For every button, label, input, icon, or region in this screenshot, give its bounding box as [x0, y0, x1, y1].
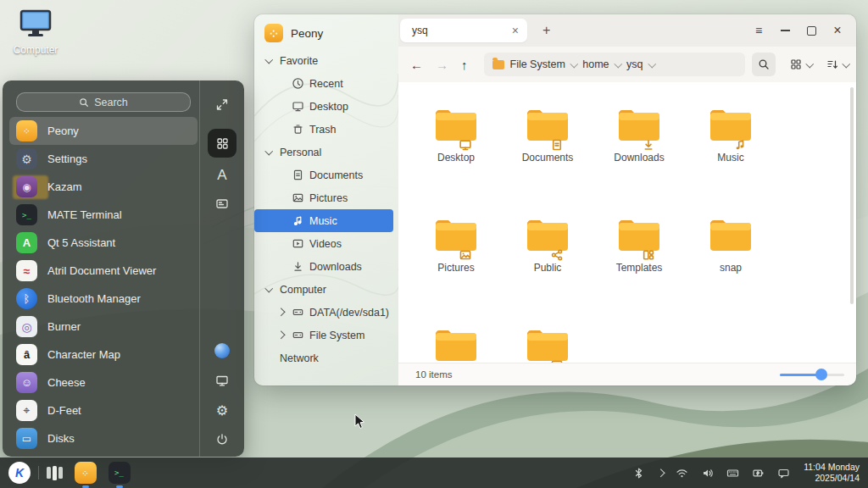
breadcrumb-segment[interactable]: File System — [510, 58, 577, 70]
forward-button[interactable]: → — [436, 58, 448, 72]
sidebar-chevron[interactable] — [275, 332, 287, 338]
volume-icon[interactable] — [701, 467, 714, 480]
launcher-app[interactable]: Disks — [9, 424, 198, 452]
folder-icon — [616, 241, 662, 256]
window-sidebar: Peony — [254, 14, 398, 385]
sidebar-item[interactable]: Documents — [254, 164, 393, 186]
maximize-button[interactable] — [806, 25, 816, 36]
expand-launcher-icon[interactable] — [215, 97, 230, 112]
search-icon — [79, 97, 89, 108]
browser-icon[interactable] — [214, 343, 230, 358]
sort-button[interactable] — [826, 58, 849, 70]
sidebar-item[interactable]: DATA(/dev/sda1) — [254, 301, 393, 324]
wifi-icon[interactable] — [676, 467, 688, 480]
folder-item[interactable]: Templates — [597, 216, 682, 291]
grid-view-icon — [790, 58, 802, 70]
menu-icon[interactable]: ≡ — [754, 24, 764, 37]
back-button[interactable]: ← — [410, 58, 423, 72]
breadcrumb-segment[interactable]: home — [582, 58, 620, 70]
folder-item[interactable] — [505, 326, 590, 363]
launcher-search-input[interactable]: Search — [16, 92, 191, 112]
window-controls: ≡ × — [754, 24, 856, 37]
sidebar-item[interactable]: Network — [254, 347, 393, 369]
sidebar-item[interactable]: Downloads — [254, 255, 393, 278]
launcher-app-label: Atril Document Viewer — [47, 264, 156, 277]
minimize-button[interactable] — [780, 25, 790, 36]
status-bar: 10 items — [398, 363, 856, 385]
launcher-app[interactable]: Character Map — [9, 341, 198, 369]
launcher-app[interactable]: Kazam — [9, 173, 198, 201]
launcher-app[interactable]: Bluetooth Manager — [9, 285, 198, 313]
power-icon[interactable] — [215, 432, 230, 446]
sidebar-item[interactable]: Favorite — [254, 49, 393, 72]
tab-close-icon[interactable]: × — [512, 25, 519, 36]
sidebar-item[interactable]: Pictures — [254, 186, 393, 209]
sidebar-item[interactable]: Computer — [254, 278, 393, 301]
view-mode-button[interactable] — [790, 58, 813, 70]
chevron-down-icon[interactable] — [570, 59, 577, 67]
taskbar-clock[interactable]: 11:04 Monday 2025/04/14 — [804, 462, 860, 484]
sidebar-item[interactable]: File System — [254, 324, 393, 347]
sidebar-item[interactable]: Recent — [254, 72, 393, 95]
folder-item[interactable]: Desktop — [414, 106, 498, 180]
chevron-down-icon[interactable] — [614, 59, 621, 67]
task-view-button[interactable] — [47, 466, 63, 480]
zoom-slider[interactable] — [780, 369, 844, 380]
mouse-cursor — [354, 413, 366, 434]
sidebar-item-icon — [292, 237, 304, 250]
folder-item[interactable]: Downloads — [597, 106, 682, 180]
taskbar-terminal-icon[interactable] — [108, 462, 131, 484]
d-feet-icon — [16, 400, 37, 421]
folder-item[interactable] — [414, 326, 498, 363]
close-button[interactable]: × — [832, 24, 843, 37]
all-apps-icon[interactable] — [208, 129, 236, 158]
launcher-app[interactable]: D-Feet — [9, 396, 198, 424]
tray-expand-icon[interactable] — [656, 469, 664, 476]
bluetooth-icon[interactable] — [632, 467, 645, 480]
sidebar-item[interactable]: Music — [254, 209, 393, 232]
globe-icon — [214, 343, 230, 358]
launcher-app[interactable]: Settings — [9, 145, 198, 173]
launcher-app[interactable]: Cheese — [9, 369, 198, 396]
search-button[interactable] — [752, 53, 776, 76]
sidebar-item[interactable]: Trash — [254, 118, 393, 141]
sidebar-chevron[interactable] — [275, 309, 287, 315]
settings-gear-icon[interactable]: ⚙ — [216, 402, 228, 419]
tab-ysq[interactable]: ysq × — [400, 19, 527, 42]
notification-icon[interactable] — [777, 467, 790, 480]
sidebar-chevron[interactable] — [263, 150, 275, 154]
sidebar-item[interactable]: Personal — [254, 141, 393, 164]
folder-item[interactable]: Public — [505, 216, 590, 291]
sidebar-chevron[interactable] — [263, 287, 275, 291]
launcher-app[interactable]: Burner — [9, 313, 198, 341]
new-tab-button[interactable]: + — [542, 23, 550, 38]
atril-icon — [16, 260, 37, 281]
desktop-icon-computer[interactable]: Computer — [12, 8, 59, 56]
sidebar-item[interactable]: Desktop — [254, 95, 393, 118]
folder-item[interactable]: Music — [688, 106, 773, 180]
slider-knob[interactable] — [815, 369, 827, 380]
folder-item[interactable]: snap — [688, 216, 773, 291]
battery-icon[interactable] — [752, 467, 765, 480]
folder-icon — [708, 131, 754, 146]
sidebar-item[interactable]: Videos — [254, 232, 393, 255]
keyboard-icon[interactable] — [726, 467, 739, 480]
sidebar-chevron[interactable] — [263, 58, 275, 63]
folder-item[interactable]: Pictures — [414, 216, 498, 291]
start-menu-button[interactable]: K — [8, 462, 31, 484]
up-button[interactable]: ↑ — [461, 58, 468, 72]
category-list-icon[interactable] — [215, 197, 230, 211]
taskbar-separator — [38, 466, 39, 480]
launcher-app[interactable]: Qt 5 Assistant — [9, 229, 198, 257]
launcher-app-label: Peony — [47, 125, 79, 137]
breadcrumb-segment[interactable]: ysq — [626, 58, 654, 70]
alphabetical-sort-icon[interactable]: A — [217, 167, 226, 184]
chevron-down-icon[interactable] — [648, 59, 655, 67]
launcher-app[interactable]: MATE Terminal — [9, 201, 198, 229]
taskbar-peony-icon[interactable] — [75, 462, 97, 484]
computer-icon[interactable] — [215, 374, 230, 388]
folder-item[interactable]: Documents — [505, 106, 590, 180]
launcher-app[interactable]: Atril Document Viewer — [9, 257, 198, 285]
launcher-app[interactable]: Peony — [9, 117, 198, 145]
scrollbar[interactable] — [850, 87, 854, 304]
